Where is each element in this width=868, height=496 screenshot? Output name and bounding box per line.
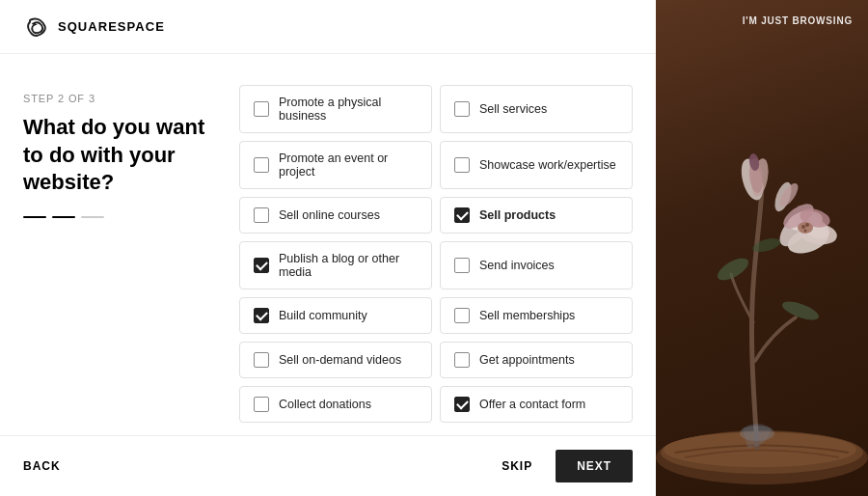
- option-label-showcase-work: Showcase work/expertise: [479, 158, 616, 172]
- option-build-community[interactable]: Build community: [239, 297, 432, 334]
- progress-dot-2: [52, 216, 75, 218]
- option-label-sell-videos: Sell on-demand videos: [279, 353, 401, 367]
- option-contact-form[interactable]: Offer a contact form: [440, 386, 633, 423]
- option-label-sell-memberships: Sell memberships: [479, 309, 575, 322]
- option-get-appointments[interactable]: Get appointments: [440, 342, 633, 378]
- right-panel-top: I'M JUST BROWSING: [656, 0, 868, 41]
- checkbox-get-appointments[interactable]: [454, 352, 470, 368]
- option-sell-videos[interactable]: Sell on-demand videos: [239, 342, 432, 378]
- option-label-collect-donations: Collect donations: [279, 398, 371, 411]
- checkbox-publish-blog[interactable]: [254, 258, 269, 273]
- next-button[interactable]: NEXT: [556, 450, 633, 482]
- option-promote-physical[interactable]: Promote a physical business: [239, 85, 432, 133]
- option-sell-courses[interactable]: Sell online courses: [239, 197, 432, 234]
- checkbox-showcase-work[interactable]: [454, 157, 470, 173]
- svg-point-4: [780, 298, 821, 324]
- option-label-sell-courses: Sell online courses: [279, 208, 380, 222]
- progress-dot-3: [81, 216, 104, 218]
- squarespace-logo-icon: [23, 14, 50, 41]
- option-label-contact-form: Offer a contact form: [479, 398, 585, 411]
- footer: BACK SKIP NEXT: [0, 435, 656, 496]
- options-grid: Promote a physical businessSell services…: [239, 85, 633, 435]
- option-sell-products[interactable]: Sell products: [440, 197, 633, 234]
- footer-right: SKIP NEXT: [502, 450, 633, 482]
- option-label-promote-event: Promote an event or project: [279, 152, 418, 179]
- svg-point-16: [804, 230, 807, 233]
- checkbox-sell-courses[interactable]: [254, 207, 269, 223]
- option-publish-blog[interactable]: Publish a blog or other media: [239, 241, 432, 289]
- checkbox-send-invoices[interactable]: [454, 258, 470, 273]
- logo-area: SQUARESPACE: [23, 14, 165, 41]
- progress-dot-1: [23, 216, 46, 218]
- checkbox-contact-form[interactable]: [454, 397, 470, 412]
- left-section: STEP 2 OF 3 What do you want to do with …: [23, 85, 216, 435]
- checkbox-sell-videos[interactable]: [254, 352, 269, 368]
- main-title: What do you want to do with your website…: [23, 114, 216, 197]
- option-showcase-work[interactable]: Showcase work/expertise: [440, 141, 633, 189]
- flower-illustration: [656, 91, 868, 496]
- checkbox-sell-memberships[interactable]: [454, 308, 470, 323]
- option-label-build-community: Build community: [279, 309, 367, 322]
- left-panel: SQUARESPACE STEP 2 OF 3 What do you want…: [0, 0, 656, 496]
- option-label-sell-products: Sell products: [479, 208, 556, 222]
- logo-text: SQUARESPACE: [58, 19, 165, 34]
- right-panel: I'M JUST BROWSING: [656, 0, 868, 496]
- checkbox-sell-products[interactable]: [454, 207, 470, 223]
- checkbox-promote-physical[interactable]: [254, 101, 269, 117]
- main-content: STEP 2 OF 3 What do you want to do with …: [0, 54, 656, 435]
- checkbox-build-community[interactable]: [254, 308, 269, 323]
- browsing-button[interactable]: I'M JUST BROWSING: [743, 15, 853, 26]
- option-sell-services[interactable]: Sell services: [440, 85, 633, 133]
- option-label-promote-physical: Promote a physical business: [279, 96, 418, 123]
- svg-point-15: [805, 223, 809, 227]
- option-label-sell-services: Sell services: [479, 102, 547, 116]
- option-label-send-invoices: Send invoices: [479, 259, 555, 272]
- back-button[interactable]: BACK: [23, 452, 61, 481]
- option-label-publish-blog: Publish a blog or other media: [279, 252, 418, 279]
- checkbox-collect-donations[interactable]: [254, 397, 269, 412]
- option-send-invoices[interactable]: Send invoices: [440, 241, 633, 289]
- svg-point-14: [801, 225, 805, 229]
- option-collect-donations[interactable]: Collect donations: [239, 386, 432, 423]
- option-label-get-appointments: Get appointments: [479, 353, 575, 367]
- skip-button[interactable]: SKIP: [502, 452, 532, 481]
- step-label: STEP 2 OF 3: [23, 93, 216, 104]
- header: SQUARESPACE: [0, 0, 656, 54]
- option-sell-memberships[interactable]: Sell memberships: [440, 297, 633, 334]
- progress-dots: [23, 216, 216, 218]
- option-promote-event[interactable]: Promote an event or project: [239, 141, 432, 189]
- checkbox-sell-services[interactable]: [454, 101, 470, 117]
- checkbox-promote-event[interactable]: [254, 157, 269, 173]
